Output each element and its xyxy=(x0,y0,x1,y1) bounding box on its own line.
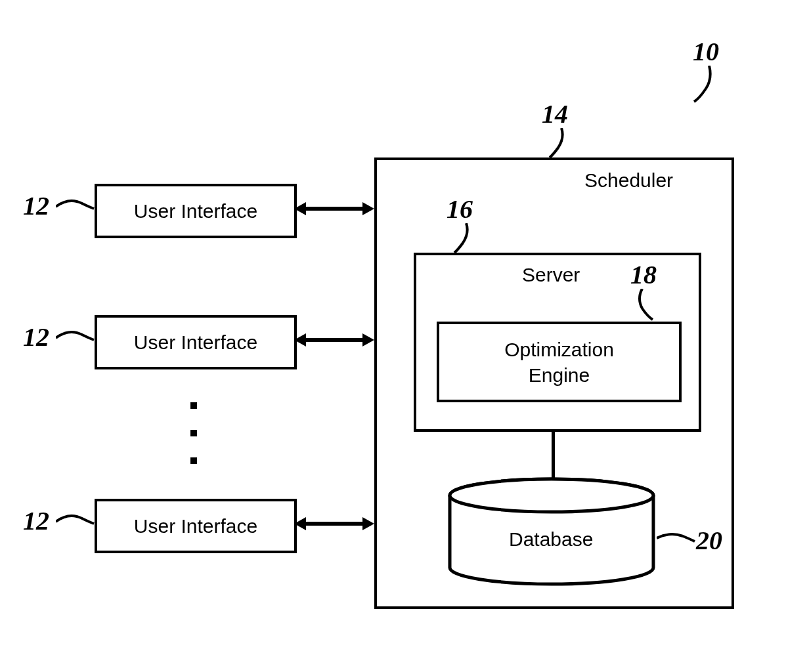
label-database-20: 20 xyxy=(696,525,722,556)
svg-point-1 xyxy=(450,479,653,512)
scheduler-label: Scheduler xyxy=(584,169,673,192)
ui-label-2: User Interface xyxy=(134,331,257,354)
hook-14 xyxy=(548,128,575,161)
ui-label-1: User Interface xyxy=(134,200,257,222)
svg-marker-7 xyxy=(362,333,374,346)
ellipsis-dot-3 xyxy=(190,457,197,464)
ui-label-3: User Interface xyxy=(134,515,257,537)
database-label: Database xyxy=(509,528,593,551)
svg-marker-4 xyxy=(362,202,374,215)
label-ui-12-2: 12 xyxy=(23,322,49,352)
hook-20 xyxy=(657,528,696,555)
optimizer-label-line1: Optimization xyxy=(504,337,614,362)
double-arrow-1 xyxy=(294,197,374,220)
hook-16 xyxy=(453,223,479,256)
svg-marker-9 xyxy=(294,517,306,530)
double-arrow-2 xyxy=(294,328,374,352)
ui-box-3: User Interface xyxy=(95,499,297,553)
label-server-16: 16 xyxy=(447,194,473,224)
svg-marker-3 xyxy=(294,202,306,215)
server-label: Server xyxy=(522,264,580,286)
hook-12-1 xyxy=(56,197,95,217)
svg-marker-10 xyxy=(362,517,374,530)
label-scheduler-14: 14 xyxy=(542,98,568,129)
hook-12-2 xyxy=(56,328,95,348)
server-db-connector xyxy=(552,429,555,482)
optimizer-label-line2: Engine xyxy=(529,362,590,388)
hook-12-3 xyxy=(56,512,95,532)
ellipsis-dot-1 xyxy=(190,402,197,409)
label-optimizer-18: 18 xyxy=(630,259,657,290)
optimizer-box: Optimization Engine xyxy=(437,322,682,402)
label-ui-12-1: 12 xyxy=(23,190,49,221)
ellipsis-dot-2 xyxy=(190,430,197,436)
ui-box-1: User Interface xyxy=(95,184,297,238)
hook-10 xyxy=(693,66,726,105)
label-ui-12-3: 12 xyxy=(23,505,49,536)
ui-box-2: User Interface xyxy=(95,315,297,369)
svg-marker-6 xyxy=(294,333,306,346)
hook-18 xyxy=(630,289,657,322)
label-system-10: 10 xyxy=(693,36,719,67)
double-arrow-3 xyxy=(294,512,374,536)
